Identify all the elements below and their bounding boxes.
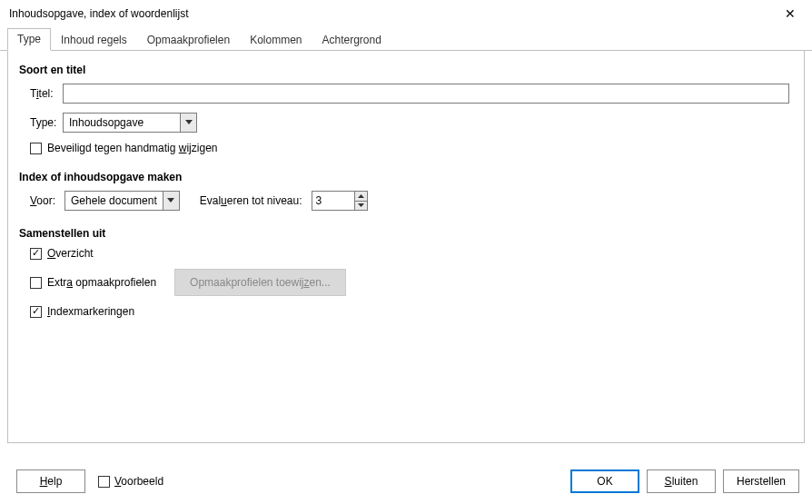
voorbeeld-label: Voorbeeld (114, 475, 163, 488)
tab-opmaakprofielen[interactable]: Opmaakprofielen (137, 29, 240, 51)
protect-checkbox[interactable] (30, 143, 42, 154)
indexmarkeringen-label: Indexmarkeringen (47, 305, 134, 318)
voor-label: Voor: (30, 194, 55, 207)
section-heading-samenstellen: Samenstellen uit (19, 227, 793, 240)
evalueren-input[interactable] (312, 192, 354, 210)
chevron-down-icon (180, 114, 196, 132)
window-title: Inhoudsopgave, index of woordenlijst (9, 7, 188, 20)
overzicht-label: Overzicht (47, 247, 94, 260)
spinner-down-icon[interactable] (355, 202, 367, 211)
chevron-down-icon (163, 192, 179, 210)
type-combobox[interactable]: Inhoudsopgave (63, 113, 197, 133)
type-combobox-value: Inhoudsopgave (64, 114, 180, 132)
tab-kolommen[interactable]: Kolommen (240, 29, 312, 51)
protect-label: Beveiligd tegen handmatig wijzigen (47, 142, 217, 154)
ok-button[interactable]: OK (570, 469, 639, 493)
extra-opmaakprofielen-label: Extra opmaakprofielen (47, 276, 156, 289)
tab-type[interactable]: Type (7, 28, 51, 51)
extra-opmaakprofielen-checkbox[interactable] (30, 277, 42, 289)
close-button[interactable]: ✕ (776, 4, 805, 24)
dialog-button-bar: Help Voorbeeld OK Sluiten Herstellen (0, 460, 812, 504)
indexmarkeringen-checkbox[interactable] (30, 306, 42, 318)
help-button[interactable]: Help (16, 469, 85, 493)
tab-panel-type: Soort en titel Titel: Type: Inhoudsopgav… (7, 51, 805, 443)
herstellen-button[interactable]: Herstellen (723, 469, 799, 493)
tab-inhoud-regels[interactable]: Inhoud regels (51, 29, 137, 51)
voor-combobox-value: Gehele document (65, 192, 163, 210)
voor-combobox[interactable]: Gehele document (64, 191, 180, 211)
overzicht-checkbox[interactable] (30, 248, 42, 260)
spinner-up-icon[interactable] (355, 192, 367, 202)
section-heading-soort: Soort en titel (19, 64, 793, 76)
evalueren-spinner[interactable] (312, 191, 368, 211)
tab-bar: Type Inhoud regels Opmaakprofielen Kolom… (0, 27, 812, 51)
titel-input[interactable] (63, 84, 789, 104)
opmaakprofielen-toewijzen-button: Opmaakprofielen toewijzen... (174, 269, 346, 296)
titel-label: Titel: (19, 87, 63, 100)
sluiten-button[interactable]: Sluiten (647, 469, 716, 493)
titlebar: Inhoudsopgave, index of woordenlijst ✕ (0, 0, 812, 27)
section-heading-index: Index of inhoudsopgave maken (19, 171, 793, 183)
voorbeeld-checkbox[interactable] (98, 476, 110, 488)
tab-achtergrond[interactable]: Achtergrond (312, 29, 391, 51)
evalueren-label: Evalueren tot niveau: (200, 194, 302, 207)
type-label: Type: (19, 116, 63, 129)
